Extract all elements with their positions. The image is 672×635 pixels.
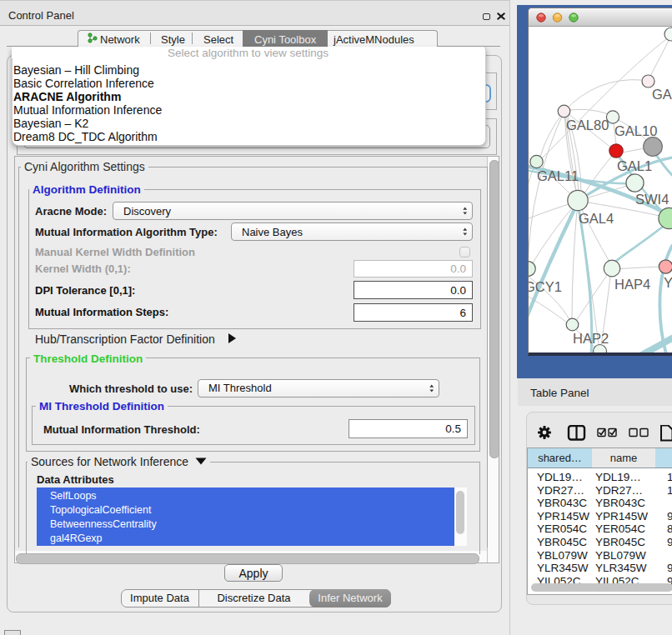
svg-text:SWI4: SWI4	[635, 192, 669, 207]
svg-text:GAL4: GAL4	[579, 211, 614, 226]
svg-text:GCY1: GCY1	[529, 279, 562, 294]
svg-text:HAP4: HAP4	[614, 277, 650, 292]
svg-text:GAL1: GAL1	[617, 158, 652, 173]
svg-text:Y: Y	[664, 275, 672, 290]
svg-text:HAP2: HAP2	[573, 331, 609, 346]
svg-text:GAL10: GAL10	[614, 123, 657, 138]
svg-text:GAL80: GAL80	[566, 118, 609, 132]
svg-text:GAL11: GAL11	[537, 168, 579, 183]
svg-text:GAL7: GAL7	[652, 87, 672, 102]
